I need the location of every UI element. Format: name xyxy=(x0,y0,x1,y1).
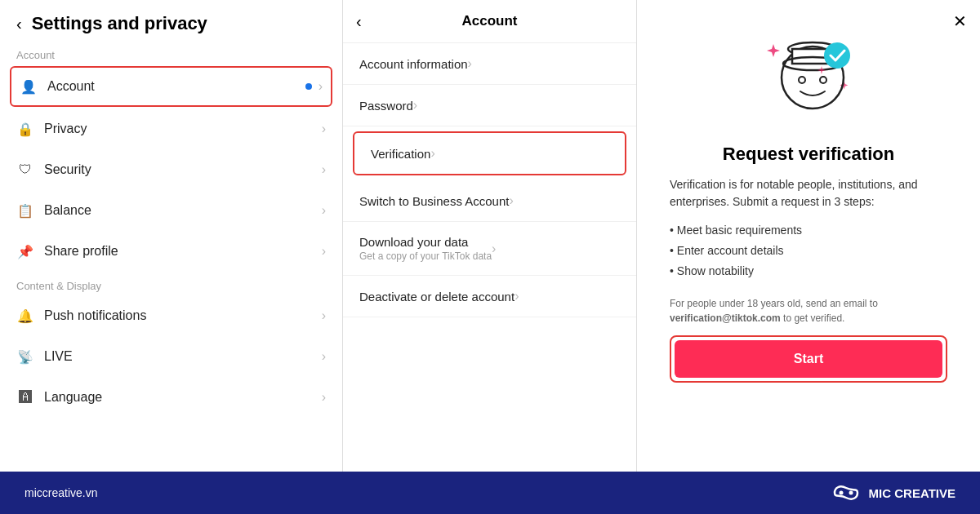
sidebar-item-privacy[interactable]: 🔒 Privacy › xyxy=(0,109,342,149)
push-notifications-icon: 🔔 xyxy=(16,307,34,325)
sidebar-item-push-notifications[interactable]: 🔔 Push notifications › xyxy=(0,295,342,336)
account-chevron-icon: › xyxy=(318,79,323,94)
live-label: LIVE xyxy=(44,349,322,364)
download-data-item[interactable]: Download your data Get a copy of your Ti… xyxy=(343,222,636,276)
verification-chevron-icon: › xyxy=(430,146,434,161)
live-icon: 📡 xyxy=(16,348,34,366)
deactivate-chevron-icon: › xyxy=(514,289,519,304)
push-notifications-label: Push notifications xyxy=(44,308,322,323)
bullet-2: • Enter account details xyxy=(670,242,947,259)
account-panel: ‹ Account Account information › Password… xyxy=(343,0,637,472)
business-account-label: Switch to Business Account xyxy=(359,194,509,208)
account-dot xyxy=(305,83,312,90)
panel3-content: Request verification Verification is for… xyxy=(637,0,980,472)
close-button[interactable]: ✕ xyxy=(953,11,967,31)
privacy-label: Privacy xyxy=(44,122,322,136)
privacy-icon: 🔒 xyxy=(16,120,34,138)
business-account-item[interactable]: Switch to Business Account › xyxy=(343,180,636,222)
deactivate-item[interactable]: Deactivate or delete account › xyxy=(343,276,636,317)
language-label: Language xyxy=(44,390,322,405)
svg-point-7 xyxy=(839,491,843,495)
verification-bullets: • Meet basic requirements • Enter accoun… xyxy=(670,219,947,283)
verification-item[interactable]: Verification › xyxy=(354,133,625,174)
sidebar-item-language[interactable]: 🅰 Language › xyxy=(0,377,342,418)
section-account-label: Account xyxy=(0,41,342,64)
sidebar-item-balance[interactable]: 📋 Balance › xyxy=(0,190,342,231)
account-info-chevron-icon: › xyxy=(468,56,472,71)
verification-description: Verification is for notable people, inst… xyxy=(670,176,947,210)
share-profile-label: Share profile xyxy=(44,244,322,259)
privacy-chevron-icon: › xyxy=(322,122,326,136)
live-chevron-icon: › xyxy=(322,349,326,364)
language-icon: 🅰 xyxy=(16,388,34,406)
password-label: Password xyxy=(359,99,413,113)
sidebar-item-live[interactable]: 📡 LIVE › xyxy=(0,336,342,377)
bullet-1: • Meet basic requirements xyxy=(670,222,947,239)
verification-footer-text: For people under 18 years old, send an e… xyxy=(670,296,947,326)
password-chevron-icon: › xyxy=(413,98,417,113)
sidebar-item-account[interactable]: 👤 Account › xyxy=(10,66,332,107)
footer: miccreative.vn MIC CREATIVE xyxy=(0,472,980,514)
verification-illustration xyxy=(751,33,866,131)
footer-brand: MIC CREATIVE xyxy=(831,483,956,503)
svg-point-6 xyxy=(824,42,850,69)
main-container: ‹ Settings and privacy Account 👤 Account… xyxy=(0,0,980,514)
push-notifications-chevron-icon: › xyxy=(322,308,326,323)
footer-brand-name: MIC CREATIVE xyxy=(869,486,956,500)
panel1-title: Settings and privacy xyxy=(32,13,207,34)
svg-point-4 xyxy=(799,77,805,83)
security-chevron-icon: › xyxy=(322,162,326,177)
panel2-header: ‹ Account xyxy=(343,0,636,43)
account-icon: 👤 xyxy=(20,78,38,95)
account-info-label: Account information xyxy=(359,57,468,71)
share-profile-chevron-icon: › xyxy=(322,244,326,259)
password-item[interactable]: Password › xyxy=(343,85,636,126)
settings-panel: ‹ Settings and privacy Account 👤 Account… xyxy=(0,0,343,472)
sidebar-item-share-profile[interactable]: 📌 Share profile › xyxy=(0,231,342,272)
account-info-item[interactable]: Account information › xyxy=(343,43,636,85)
download-data-sub: Get a copy of your TikTok data xyxy=(359,250,492,262)
panel1-header: ‹ Settings and privacy xyxy=(0,0,342,41)
panel2-title: Account xyxy=(462,13,518,29)
verification-heading: Request verification xyxy=(723,144,894,165)
business-account-chevron-icon: › xyxy=(509,193,513,208)
account-label: Account xyxy=(47,79,305,94)
download-data-label: Download your data xyxy=(359,235,492,249)
svg-point-5 xyxy=(820,77,826,83)
balance-icon: 📋 xyxy=(16,202,34,219)
footer-website: miccreative.vn xyxy=(24,486,97,499)
security-label: Security xyxy=(44,162,322,177)
verification-label: Verification xyxy=(371,147,430,161)
start-button[interactable]: Start xyxy=(675,340,942,378)
deactivate-label: Deactivate or delete account xyxy=(359,290,514,304)
verification-email: verification@tiktok.com xyxy=(670,312,781,324)
verification-panel: ✕ xyxy=(637,0,980,472)
language-chevron-icon: › xyxy=(322,390,326,405)
sidebar-item-security[interactable]: 🛡 Security › xyxy=(0,149,342,190)
panels-row: ‹ Settings and privacy Account 👤 Account… xyxy=(0,0,980,472)
balance-chevron-icon: › xyxy=(322,203,326,218)
start-button-wrapper: Start xyxy=(670,335,947,383)
security-icon: 🛡 xyxy=(16,161,34,179)
mic-creative-logo-icon xyxy=(831,483,861,503)
panel1-back-button[interactable]: ‹ xyxy=(16,15,22,33)
balance-label: Balance xyxy=(44,203,322,218)
download-data-chevron-icon: › xyxy=(492,241,496,256)
bullet-3: • Show notability xyxy=(670,263,947,280)
svg-point-8 xyxy=(849,491,853,495)
share-profile-icon: 📌 xyxy=(16,242,34,260)
panel2-back-button[interactable]: ‹ xyxy=(356,12,362,31)
section-content-label: Content & Display xyxy=(0,272,342,295)
